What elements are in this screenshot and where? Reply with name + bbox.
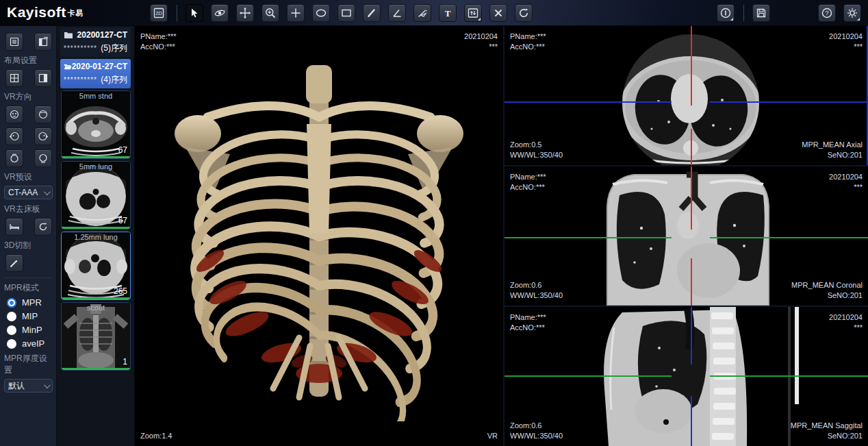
coronal-crosshair-vertical-top[interactable]: [691, 166, 692, 230]
left-sidebar: 布局设置 VR方向: [0, 26, 57, 446]
cursor-tool-button[interactable]: [186, 4, 203, 22]
layout-split-button[interactable]: [34, 69, 52, 87]
rotate-3d-tool-button[interactable]: [211, 4, 229, 22]
thumbnail-progress-bar: [62, 156, 130, 158]
axial-crosshair-vertical-bottom[interactable]: [691, 129, 692, 165]
vr-direction-posterior-button[interactable]: [34, 106, 52, 123]
vr-preset-value: CT-AAA: [8, 188, 38, 197]
mpr-mode-option-aveip[interactable]: aveIP: [7, 338, 53, 349]
series-thumbnail[interactable]: 5mm lung 67: [61, 161, 131, 230]
vr-direction-superior-button[interactable]: [5, 149, 23, 167]
vr-study-info: 20210204 ***: [464, 32, 498, 52]
study-item-selected[interactable]: 2020-01-27-CT ********** (4)序列: [60, 59, 131, 88]
radio-label: MinP: [22, 325, 42, 335]
settings-button[interactable]: [843, 4, 861, 22]
mpr-accno: AccNO:***: [510, 323, 546, 333]
vr-direction-anterior-button[interactable]: [5, 106, 23, 123]
vr-viewport[interactable]: PName:*** AccNO:*** 20210204 *** Zoom:1.…: [135, 26, 503, 446]
save-button[interactable]: [752, 4, 770, 22]
series-thumbnail-selected[interactable]: 1.25mm lung 265: [61, 232, 131, 300]
series-thumbnail[interactable]: 5mm stnd 67: [61, 90, 131, 159]
vr-study-date: 20210204: [464, 32, 498, 42]
mpr-study-date: 20210204: [829, 32, 863, 42]
folder-open-icon: [64, 62, 72, 71]
mpr-accno: AccNO:***: [510, 42, 546, 52]
ellipse-roi-tool-button[interactable]: [312, 4, 330, 22]
head-top-icon: [9, 153, 20, 164]
mpr-study-info: 20210204 ***: [829, 312, 863, 333]
chevron-down-icon: [44, 188, 51, 195]
measure-pencil-icon: [366, 7, 378, 19]
vr-direction-left-button[interactable]: [5, 127, 23, 145]
mpr-masked: ***: [829, 323, 863, 333]
protractor-tool-button[interactable]: [413, 4, 431, 22]
measure-tool-button[interactable]: [363, 4, 381, 22]
mpr-coronal-viewport[interactable]: PName:*** AccNO:*** 20210204 *** Zoom:0.…: [505, 166, 868, 306]
zoom-tool-button[interactable]: [261, 4, 279, 22]
thumbnail-label: 1.25mm lung: [62, 233, 130, 241]
radio-label: MIP: [22, 311, 38, 321]
bed-reset-button[interactable]: [34, 218, 52, 236]
toolbar-divider: [177, 5, 177, 21]
layout-grid-button[interactable]: [5, 69, 23, 87]
coronal-crosshair-vertical-bottom[interactable]: [691, 258, 692, 306]
vr-bed-removal-label: VR去床板: [4, 203, 53, 215]
mpr-axial-viewport[interactable]: PName:*** AccNO:*** 20210204 *** Zoom:0.…: [505, 26, 868, 165]
angle-tool-button[interactable]: [388, 4, 406, 22]
mpr-mode-info: MPR_MEAN Axial SeNO:201: [802, 140, 863, 160]
coronal-crosshair-horizontal-left[interactable]: [505, 237, 672, 238]
series-list-toggle-button[interactable]: [5, 33, 23, 51]
study-masked-id: **********: [64, 45, 97, 52]
view-2d-button[interactable]: 2D: [150, 4, 168, 22]
layout-section-label: 布局设置: [4, 55, 53, 66]
text-tool-icon: T: [442, 7, 454, 19]
zoom-in-icon: [264, 7, 277, 19]
mpr-thickness-label: MPR厚度设置: [4, 353, 53, 376]
axial-crosshair-horizontal-left[interactable]: [505, 101, 672, 103]
mpr-sagittal-viewport[interactable]: PName:*** AccNO:*** 20210204 *** Zoom:0.…: [505, 307, 868, 446]
sagittal-crosshair-horizontal-right[interactable]: [710, 375, 868, 377]
mpr-mode-option-mpr[interactable]: MPR: [7, 297, 53, 308]
mpr-thickness-value: 默认: [8, 380, 25, 392]
help-button[interactable]: ?: [818, 4, 836, 22]
vr-direction-right-button[interactable]: [34, 127, 52, 145]
report-button[interactable]: [717, 4, 735, 22]
delete-annotation-button[interactable]: [489, 4, 507, 22]
axial-crosshair-horizontal-right[interactable]: [710, 101, 868, 103]
mpr-zoom-info: Zoom:0.6 WW/WL:350/40: [510, 421, 563, 441]
reset-view-button[interactable]: [515, 4, 533, 22]
series-thumbnail[interactable]: scout 1: [61, 302, 131, 371]
sagittal-crosshair-vertical-top[interactable]: [691, 307, 692, 364]
scalpel-icon: [9, 258, 20, 269]
mpr-mode-option-minp[interactable]: MinP: [7, 325, 53, 335]
sagittal-crosshair-vertical-bottom[interactable]: [691, 396, 692, 446]
cut-3d-button[interactable]: [5, 254, 23, 272]
vr-direction-inferior-button[interactable]: [34, 149, 52, 167]
dropdown-corner-mark: [857, 18, 860, 21]
vr-direction-label: VR方向: [4, 91, 53, 103]
mpr-mode-option-mip[interactable]: MIP: [7, 311, 53, 321]
mpr-thickness-select[interactable]: 默认: [4, 379, 53, 393]
mpr-wwwl: WW/WL:350/40: [510, 150, 563, 160]
thumbnail-image-number: 67: [118, 216, 127, 225]
vr-preset-select[interactable]: CT-AAA: [4, 186, 53, 199]
rect-roi-icon: [340, 7, 353, 19]
thumbnail-progress-bar: [62, 227, 130, 229]
header-bar: Kayisoft卡易 2D: [0, 0, 868, 26]
remove-bed-button[interactable]: [5, 218, 23, 236]
text-annotation-tool-button[interactable]: T: [439, 4, 457, 22]
study-item[interactable]: 20200127-CT ********** (5)序列: [60, 27, 131, 57]
mpr-study-date: 20210204: [829, 312, 863, 323]
crosshair-tool-button[interactable]: [287, 4, 305, 22]
mpr-seno: SeNO:201: [802, 150, 863, 160]
crosshair-icon: [290, 7, 302, 19]
list-panel-icon: [9, 36, 20, 47]
sort-frames-button[interactable]: [464, 4, 482, 22]
pan-tool-button[interactable]: [236, 4, 254, 22]
rect-roi-tool-button[interactable]: [337, 4, 355, 22]
coronal-crosshair-horizontal-right[interactable]: [710, 237, 868, 238]
sagittal-crosshair-horizontal-left[interactable]: [505, 375, 672, 377]
panel-layout-toggle-button[interactable]: [34, 33, 52, 51]
axial-crosshair-vertical-top[interactable]: [691, 26, 692, 106]
study-series-count: (4)序列: [101, 74, 127, 86]
